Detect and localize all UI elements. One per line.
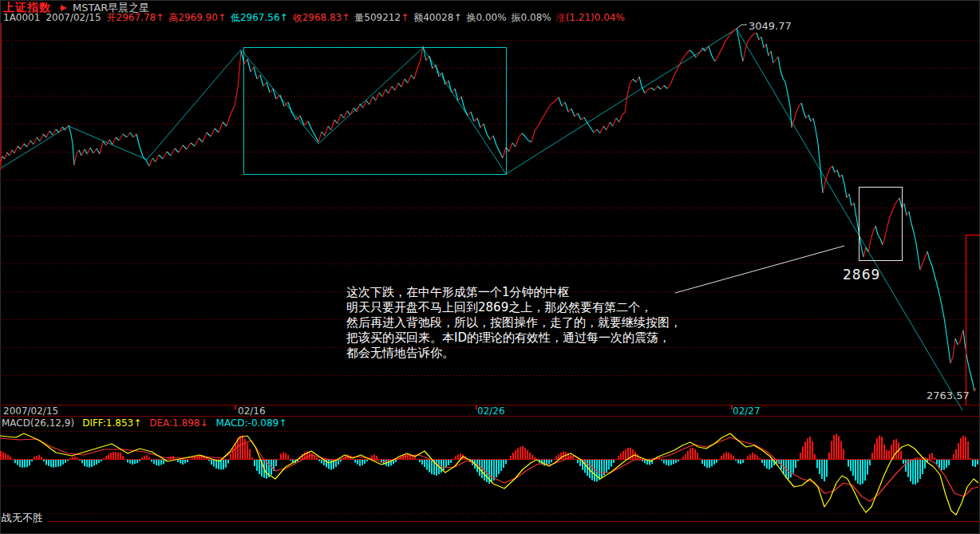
pivot-level-label: 2869: [843, 267, 880, 283]
quote-field: 高2969.90↑: [168, 12, 226, 23]
date-label: 02/16: [238, 405, 266, 417]
annotation-line: 都会无情地告诉你。: [346, 346, 682, 361]
quote-field: 量509212↑: [354, 12, 409, 23]
last-price-label: 2763.57: [927, 390, 970, 401]
peak-price-label: 3049.77: [749, 20, 792, 32]
quote-field: 额40028↑: [413, 12, 461, 23]
quote-field: 开2967.78↑: [107, 12, 164, 23]
macd-header: MACD(26,12,9)DIFF:1.853↑DEA:1.898↓MACD:-…: [2, 417, 286, 429]
quote-field: 收2968.83↑: [293, 12, 350, 23]
flag-icon: [61, 5, 67, 11]
annotation-text: 这次下跌，在中午形成第一个1分钟的中枢 明天只要开盘不马上回到2869之上，那必…: [346, 285, 682, 361]
chart-canvas[interactable]: [0, 0, 980, 534]
macd-value: DIFF:1.853↑: [82, 417, 141, 429]
macd-indicator-name: MACD(26,12,9): [2, 417, 74, 429]
quote-field: 振0.08%: [512, 12, 551, 23]
app-window: 上证指数MSTAR早晨之星 1A00012007/02/15开2967.78↑高…: [0, 0, 980, 534]
quote-field: 低2967.56↑: [231, 12, 288, 23]
quote-fields: 开2967.78↑高2969.90↑低2967.56↑收2968.83↑量509…: [107, 12, 630, 23]
macd-value: MACD:-0.089↑: [216, 417, 287, 429]
quote-date: 2007/02/15: [45, 12, 101, 23]
title-bar: 上证指数MSTAR早晨之星: [3, 1, 149, 12]
date-axis: 2007/02/1502/1602/2602/27: [0, 405, 980, 416]
macd-value: DEA:1.898↓: [149, 417, 207, 429]
annotation-line: 把该买的买回来。本ID的理论的有效性，通过每一次的震荡，: [346, 330, 682, 346]
annotation-line: 这次下跌，在中午形成第一个1分钟的中枢: [346, 285, 682, 300]
quote-field: 涨(1.21)0.04%: [556, 12, 625, 23]
footer-slogan: 战无不胜: [2, 511, 48, 525]
annotation-line: 然后再进入背弛段，所以，按图操作，走了的，就要继续按图，: [346, 315, 682, 330]
date-label: 2007/02/15: [3, 405, 58, 417]
quote-bar: 1A00012007/02/15开2967.78↑高2969.90↑低2967.…: [3, 11, 630, 25]
annotation-line: 明天只要开盘不马上回到2869之上，那必然要有第二个，: [346, 300, 682, 315]
date-label: 02/26: [477, 405, 505, 417]
date-label: 02/27: [733, 405, 761, 417]
quote-field: 换0.00%: [466, 12, 506, 23]
stock-code: 1A0001: [3, 12, 40, 23]
macd-values: DIFF:1.853↑DEA:1.898↓MACD:-0.089↑: [74, 417, 286, 429]
